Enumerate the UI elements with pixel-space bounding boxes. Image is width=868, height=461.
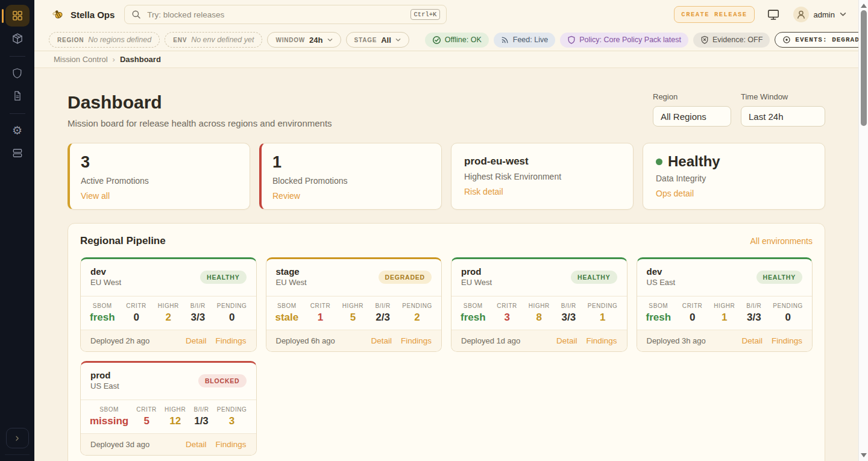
stat-value: missing [90, 415, 128, 427]
scroll-down-arrow[interactable] [861, 453, 867, 457]
chip-label: Evidence: OFF [712, 36, 763, 44]
scrollbar-thumb[interactable] [861, 10, 867, 126]
pipeline-card: dev US East HEALTHY SBOMfresh CRITR0 HIG… [637, 257, 813, 352]
view-all-link[interactable]: View all [81, 191, 110, 201]
sidebar-item-dashboard[interactable] [5, 5, 30, 27]
stat-value: 3/3 [561, 312, 576, 324]
stat-value: 0 [682, 312, 703, 324]
chip-value: No env defined yet [191, 36, 254, 44]
env-filter-chip[interactable]: ENV No env defined yet [165, 32, 262, 48]
sidebar-item-settings[interactable]: ⚙ [5, 119, 30, 141]
stage-filter-chip[interactable]: STAGE All [346, 32, 409, 48]
scroll-up-arrow[interactable] [861, 4, 867, 8]
stat-value: 3/3 [190, 312, 206, 324]
document-icon [12, 90, 23, 101]
sidebar: ⚙ [0, 0, 34, 461]
detail-link[interactable]: Detail [186, 336, 207, 345]
summary-value: prod-eu-west [464, 156, 620, 168]
summary-label: Highest Risk Environment [464, 172, 620, 181]
detail-link[interactable]: Detail [741, 336, 763, 345]
chip-value: All [381, 36, 391, 45]
chip-label: Offline: OK [445, 36, 482, 44]
regional-pipeline-panel: Regional Pipeline All environments dev E… [68, 223, 825, 461]
user-name: admin [814, 10, 835, 19]
summary-value: Healthy [668, 154, 720, 169]
chip-label: REGION [57, 37, 84, 43]
app-window: ⚙ [0, 0, 858, 461]
findings-link[interactable]: Findings [215, 440, 246, 449]
findings-link[interactable]: Findings [215, 336, 246, 345]
summary-value: 1 [272, 154, 429, 172]
gear-icon: ⚙ [12, 125, 22, 136]
env-name: dev [647, 266, 676, 277]
data-integrity-card: Healthy Data Integrity Ops detail [643, 143, 825, 210]
findings-link[interactable]: Findings [401, 336, 432, 345]
stat-value: 5 [136, 415, 157, 427]
stat-label: B/I/R [561, 303, 576, 309]
pipeline-grid: dev EU West HEALTHY SBOMfresh CRITR0 HIG… [80, 257, 813, 456]
sidebar-item-infrastructure[interactable] [5, 142, 30, 164]
deployed-text: Deployed 3h ago [647, 336, 742, 345]
stat-value: stale [275, 312, 299, 324]
breadcrumb: Mission Control › Dashboard [34, 51, 858, 68]
sidebar-divider [10, 113, 25, 114]
chip-label: WINDOW [275, 37, 305, 43]
breadcrumb-parent[interactable]: Mission Control [54, 55, 108, 64]
stat-label: CRITR [126, 303, 146, 309]
findings-link[interactable]: Findings [772, 336, 802, 345]
search-icon [131, 9, 142, 20]
user-menu[interactable]: admin [793, 7, 846, 22]
findings-link[interactable]: Findings [586, 336, 617, 345]
chip-label: Feed: Live [513, 36, 548, 44]
chip-label: STAGE [354, 37, 377, 43]
detail-link[interactable]: Detail [371, 336, 392, 345]
summary-label: Active Promotions [81, 176, 237, 186]
display-mode-button[interactable] [767, 8, 780, 21]
region-filter: Region All Regions [653, 92, 731, 127]
region-filter-chip[interactable]: REGION No regions defined [49, 32, 160, 48]
status-badge: HEALTHY [756, 271, 802, 284]
stat-label: B/I/R [746, 303, 761, 309]
risk-detail-link[interactable]: Risk detail [464, 187, 503, 196]
sidebar-item-packages[interactable] [5, 28, 30, 49]
sidebar-item-security[interactable] [5, 62, 30, 84]
stat-label: B/I/R [376, 303, 391, 309]
pipeline-card: prod EU West HEALTHY SBOMfresh CRITR3 HI… [451, 257, 627, 352]
dashboard-grid-icon [11, 10, 24, 22]
main-area: Stella Ops Ctrl+K CREATE RELEASE [34, 0, 858, 461]
search-input[interactable] [147, 10, 404, 19]
chevron-down-icon [327, 38, 333, 42]
detail-link[interactable]: Detail [556, 336, 577, 345]
deployed-text: Deployed 2h ago [90, 336, 186, 345]
active-promotions-card: 3 Active Promotions View all [68, 143, 250, 210]
create-release-button[interactable]: CREATE RELEASE [674, 6, 754, 23]
sidebar-item-documents[interactable] [5, 85, 30, 107]
package-icon [11, 33, 24, 45]
summary-value: 3 [81, 154, 237, 172]
window-filter-chip[interactable]: WINDOW 24h [267, 32, 341, 48]
region-select[interactable]: All Regions [653, 106, 731, 127]
sidebar-collapse-button[interactable] [6, 428, 29, 448]
stat-value: 2 [402, 312, 432, 324]
detail-link[interactable]: Detail [186, 440, 207, 449]
time-window-filter: Time Window Last 24h [741, 92, 825, 127]
stat-label: B/I/R [190, 303, 206, 309]
chevron-down-icon [395, 38, 401, 42]
avatar [793, 7, 809, 22]
env-region: EU West [90, 278, 121, 287]
review-link[interactable]: Review [272, 191, 300, 201]
sidebar-divider [10, 56, 25, 57]
offline-status-chip: Offline: OK [425, 33, 489, 48]
stat-value: 2 [158, 312, 179, 324]
shield-icon [567, 36, 576, 44]
events-status-badge[interactable]: EVENTS: DEGRADED [775, 32, 868, 48]
status-badge: DEGRADED [379, 271, 432, 284]
chevron-right-icon [13, 434, 21, 442]
all-environments-link[interactable]: All environments [750, 236, 813, 246]
env-region: EU West [276, 278, 307, 287]
time-window-select[interactable]: Last 24h [741, 106, 825, 127]
stat-label: PENDING [402, 303, 432, 309]
stat-label: HIGHR [165, 406, 186, 413]
ops-detail-link[interactable]: Ops detail [656, 189, 694, 198]
check-circle-icon [432, 36, 441, 45]
